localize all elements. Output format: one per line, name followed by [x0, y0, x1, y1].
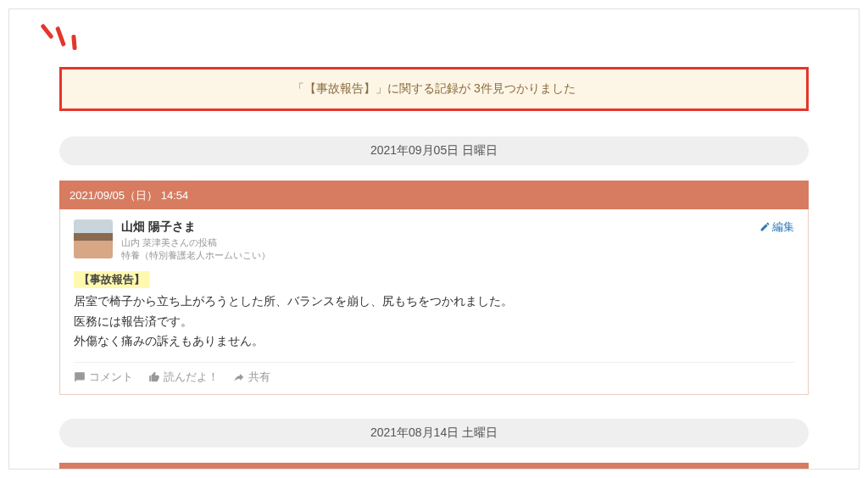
- date-divider: 2021年08月14日 土曜日: [59, 419, 809, 447]
- post-line: 居室で椅子から立ち上がろうとした所、バランスを崩し、尻もちをつかれました。: [74, 292, 794, 312]
- frame: 「【事故報告】」に関する記録が 3件見つかりました 2021年09月05日 日曜…: [8, 8, 860, 470]
- share-button[interactable]: 共有: [233, 370, 270, 385]
- facility-name: 特養（特別養護老人ホームいこい）: [121, 249, 270, 262]
- notice-count: 3: [474, 81, 481, 95]
- date-divider: 2021年09月05日 日曜日: [59, 136, 809, 165]
- share-icon: [233, 371, 245, 383]
- record-card: 2021/09/05（日） 14:54 山畑 陽子さま 山内 菜津美さんの投稿 …: [59, 181, 809, 395]
- person-name: 山畑 陽子さま: [121, 220, 270, 235]
- comment-label: コメント: [89, 370, 133, 385]
- record-datetime-header: 2021/08/14（土） 16:59: [59, 463, 809, 470]
- post-line: 医務には報告済です。: [74, 312, 794, 332]
- notice-prefix: 「【事故報告】」に関する記録が: [292, 81, 474, 95]
- record-datetime-header: 2021/09/05（日） 14:54: [59, 184, 809, 209]
- tag-badge: 【事故報告】: [74, 271, 150, 288]
- person-info: 山畑 陽子さま 山内 菜津美さんの投稿 特養（特別養護老人ホームいこい）: [121, 220, 270, 263]
- record-top: 山畑 陽子さま 山内 菜津美さんの投稿 特養（特別養護老人ホームいこい） 編集: [74, 220, 794, 263]
- read-label: 読んだよ！: [164, 370, 219, 385]
- post-text: 居室で椅子から立ち上がろうとした所、バランスを崩し、尻もちをつかれました。 医務…: [74, 292, 794, 352]
- notice-suffix: 件見つかりました: [481, 81, 576, 95]
- read-button[interactable]: 読んだよ！: [148, 370, 219, 385]
- search-result-banner: 「【事故報告】」に関する記録が 3件見つかりました: [59, 67, 809, 111]
- poster-name: 山内 菜津美さんの投稿: [121, 236, 270, 249]
- avatar: [74, 220, 113, 258]
- emphasis-marks-icon: [26, 19, 77, 62]
- share-label: 共有: [248, 370, 270, 385]
- edit-label: 編集: [772, 220, 794, 233]
- edit-button[interactable]: 編集: [760, 220, 794, 235]
- record-body: 山畑 陽子さま 山内 菜津美さんの投稿 特養（特別養護老人ホームいこい） 編集 …: [59, 209, 809, 395]
- action-bar: コメント 読んだよ！ 共有: [74, 362, 794, 386]
- comment-button[interactable]: コメント: [74, 370, 133, 385]
- comment-icon: [74, 371, 86, 383]
- edit-icon: [760, 221, 771, 232]
- post-line: 外傷なく痛みの訴えもありません。: [74, 331, 794, 352]
- thumbs-up-icon: [148, 371, 160, 383]
